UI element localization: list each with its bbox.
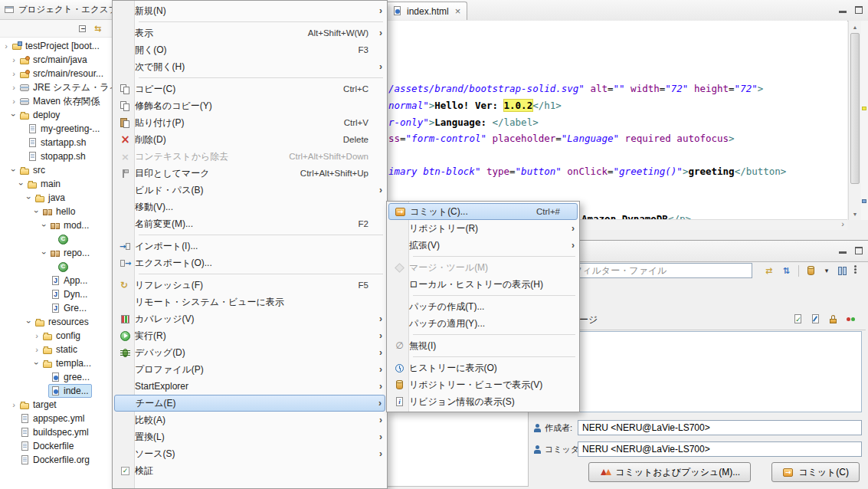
tree-item[interactable]: ›java xyxy=(0,191,112,205)
menu-item[interactable]: マージ・ツール(M) xyxy=(388,259,578,276)
tab-close-icon[interactable]: × xyxy=(455,8,461,15)
commit-message-input[interactable] xyxy=(532,331,862,412)
editor-vertical-scrollbar[interactable]: ▲ ▼ xyxy=(848,21,861,220)
menu-item[interactable]: パッチの適用(Y)... xyxy=(388,315,578,332)
tree-item[interactable]: stopapp.sh xyxy=(0,149,112,163)
menu-item[interactable]: 置換(L)› xyxy=(114,428,385,445)
minimize-icon[interactable] xyxy=(839,251,847,254)
menu-item[interactable]: リポジトリー(R)› xyxy=(388,220,578,237)
tree-item[interactable]: ›resources xyxy=(0,315,112,329)
scrollbar-thumb[interactable] xyxy=(850,33,860,184)
expand-arrow-icon[interactable]: › xyxy=(33,208,41,215)
expand-arrow-icon[interactable]: › xyxy=(10,97,18,105)
repository-icon[interactable] xyxy=(805,265,817,277)
menu-item[interactable]: カバレッジ(V)› xyxy=(114,310,385,327)
menu-item[interactable]: チーム(E)› xyxy=(114,395,385,412)
menu-item[interactable]: エクスポート(O)... xyxy=(114,254,385,271)
tree-item[interactable] xyxy=(0,232,112,246)
view-menu-icon[interactable] xyxy=(850,264,861,275)
menu-item[interactable]: プロファイル(P)› xyxy=(114,361,385,378)
tree-item[interactable]: ›mod... xyxy=(0,218,112,232)
menu-item[interactable]: 表示Alt+Shift+W(W)› xyxy=(114,25,385,41)
tree-item[interactable]: Dyn... xyxy=(0,287,112,301)
expand-arrow-icon[interactable]: › xyxy=(10,84,18,91)
expand-arrow-icon[interactable]: › xyxy=(41,249,48,257)
menu-item[interactable]: ソース(S)› xyxy=(114,445,385,462)
menu-item[interactable]: 開く(O)F3 xyxy=(114,41,385,58)
expand-arrow-icon[interactable]: › xyxy=(10,56,18,64)
tree-item[interactable]: gree... xyxy=(0,370,112,384)
expand-arrow-icon[interactable]: › xyxy=(25,194,33,202)
expand-arrow-icon[interactable]: › xyxy=(33,346,41,353)
gerrit-icon[interactable] xyxy=(845,313,857,325)
expand-arrow-icon[interactable]: › xyxy=(18,180,25,188)
menu-item[interactable]: 目印としてマークCtrl+Alt+Shift+Up xyxy=(114,165,385,182)
menu-item[interactable]: 実行(R)› xyxy=(114,327,385,344)
committer-input[interactable] xyxy=(578,441,862,457)
tree-item[interactable]: ›config xyxy=(0,329,112,343)
tree-item[interactable]: ›JRE システム・ライブ... xyxy=(0,80,112,94)
compare-mode-icon[interactable] xyxy=(763,265,775,277)
menu-item[interactable]: StartExplorer› xyxy=(114,378,385,395)
link-editor-icon[interactable] xyxy=(94,23,106,34)
author-input[interactable] xyxy=(578,420,862,435)
menu-item[interactable]: 削除(D)Delete xyxy=(114,131,385,148)
tree-item[interactable]: startapp.sh xyxy=(0,136,112,149)
layout-icon[interactable] xyxy=(837,265,848,277)
menu-item[interactable]: インポート(I)... xyxy=(114,238,385,254)
tree-item[interactable]: Dockerfile.org xyxy=(0,453,112,467)
tree-item[interactable] xyxy=(0,260,112,274)
editor-tab-index-html[interactable]: index.html × xyxy=(385,2,467,20)
tree-item[interactable]: ›hello xyxy=(0,205,112,218)
expand-arrow-icon[interactable]: › xyxy=(2,42,10,50)
tree-item[interactable]: App... xyxy=(0,274,112,287)
menu-item[interactable]: 名前変更(M)...F2 xyxy=(114,215,385,232)
menu-item[interactable]: コンテキストから除去Ctrl+Alt+Shift+Down xyxy=(114,148,385,165)
expand-arrow-icon[interactable]: › xyxy=(10,401,18,409)
presentation-icon[interactable] xyxy=(781,265,792,277)
collapse-all-icon[interactable] xyxy=(77,23,89,34)
tree-item[interactable]: ›static xyxy=(0,343,112,356)
filter-files-input[interactable] xyxy=(568,263,752,278)
tree-item[interactable]: ›main xyxy=(0,177,112,191)
maximize-icon[interactable] xyxy=(855,6,863,14)
project-explorer-header[interactable]: プロジェクト・エクスプロ... xyxy=(0,0,112,20)
expand-arrow-icon[interactable]: › xyxy=(33,332,41,340)
tree-item[interactable]: ›src/main/java xyxy=(0,53,112,67)
menu-item[interactable]: 修飾名のコピー(Y) xyxy=(114,97,385,114)
tree-item[interactable]: appspec.yml xyxy=(0,412,112,425)
scroll-down-icon[interactable]: ▼ xyxy=(849,208,861,219)
minimize-icon[interactable] xyxy=(839,11,847,13)
menu-item[interactable]: 比較(A)› xyxy=(114,412,385,428)
tree-item[interactable]: ›src/main/resour... xyxy=(0,67,112,80)
menu-item[interactable]: コピー(C)Ctrl+C xyxy=(114,80,385,97)
change-id-icon[interactable] xyxy=(810,313,821,325)
menu-item[interactable]: ローカル・ヒストリーの表示(H) xyxy=(388,276,578,293)
menu-item[interactable]: 貼り付け(P)Ctrl+V xyxy=(114,114,385,131)
scroll-up-icon[interactable]: ▲ xyxy=(849,21,861,32)
commit-button[interactable]: コミット(C) xyxy=(771,462,860,482)
tree-item[interactable]: ›templa... xyxy=(0,356,112,370)
expand-arrow-icon[interactable]: › xyxy=(10,111,18,119)
tree-item[interactable]: buildspec.yml xyxy=(0,425,112,439)
expand-arrow-icon[interactable]: › xyxy=(33,359,41,367)
tree-item[interactable]: inde... xyxy=(0,384,112,398)
menu-item[interactable]: 移動(V)... xyxy=(114,199,385,215)
menu-item[interactable]: リポジトリー・ビューで表示(V) xyxy=(388,376,578,393)
tree-item[interactable]: ›Maven 依存関係 xyxy=(0,94,112,108)
expand-arrow-icon[interactable]: › xyxy=(10,70,18,77)
tree-item[interactable]: Dockerfile xyxy=(0,439,112,453)
menu-item[interactable]: 拡張(V)› xyxy=(388,237,578,254)
menu-item[interactable]: 次で開く(H)› xyxy=(114,58,385,75)
tree-item[interactable]: ›testProject [boot... xyxy=(0,39,112,53)
signed-off-icon[interactable] xyxy=(792,313,804,325)
caret-down-icon[interactable] xyxy=(823,265,830,277)
menu-item[interactable]: コミット(C)...Ctrl+# xyxy=(388,203,578,220)
expand-arrow-icon[interactable]: › xyxy=(10,166,18,174)
tree-item[interactable]: ›repo... xyxy=(0,246,112,260)
menu-item[interactable]: ビルド・パス(B)› xyxy=(114,182,385,199)
tree-item[interactable]: ›deploy xyxy=(0,108,112,122)
expand-arrow-icon[interactable]: › xyxy=(25,318,33,326)
tree-item[interactable]: ›src xyxy=(0,163,112,177)
tree-item[interactable]: ›target xyxy=(0,398,112,412)
